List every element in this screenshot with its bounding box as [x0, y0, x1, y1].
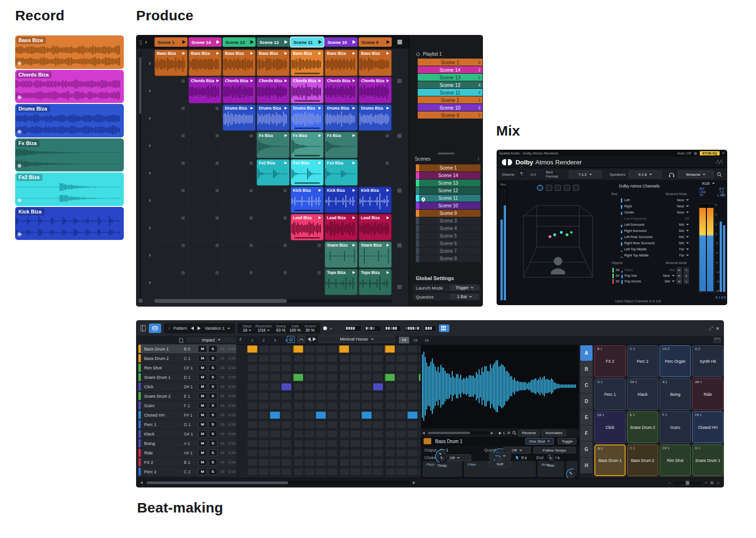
clip-play-icon[interactable]	[352, 162, 355, 164]
clip-cell[interactable]: Chords Biza	[291, 77, 324, 103]
step-cell[interactable]	[270, 421, 280, 428]
step-cell[interactable]	[407, 345, 418, 353]
step-cell[interactable]	[327, 411, 337, 419]
bank-button-h[interactable]: H	[580, 458, 593, 473]
step-cell[interactable]	[327, 374, 337, 381]
scene-play-icon[interactable]	[182, 40, 186, 44]
step-cell[interactable]	[304, 364, 315, 372]
step-cell[interactable]	[304, 402, 315, 410]
step-cell[interactable]	[281, 430, 292, 438]
gear-icon[interactable]	[17, 59, 22, 68]
binaural-mode-value[interactable]: Near	[677, 211, 684, 214]
clip-cell[interactable]: Chords Biza	[325, 77, 358, 103]
step-cell[interactable]	[407, 468, 418, 476]
drum-pad[interactable]: D# 1Click	[594, 411, 626, 443]
step-cell[interactable]	[293, 364, 303, 372]
step-cell[interactable]	[373, 374, 383, 381]
pattern-field[interactable]: Steps16	[242, 324, 251, 333]
step-cell[interactable]	[270, 468, 280, 476]
clip-cell[interactable]: Drums Biza	[325, 104, 358, 131]
clip-play-icon[interactable]	[352, 244, 355, 247]
step-cell[interactable]	[350, 364, 361, 372]
chevron-down-icon[interactable]	[686, 248, 689, 251]
grip-icon[interactable]: ⣿	[137, 40, 145, 45]
step-cell[interactable]	[281, 440, 292, 447]
clip-cell[interactable]: Fx2 Biza	[257, 159, 290, 186]
step-cell[interactable]	[350, 430, 361, 438]
step-cell[interactable]	[293, 421, 303, 428]
step-cell[interactable]	[281, 383, 292, 391]
scene-play-icon[interactable]	[284, 40, 288, 44]
step-cell[interactable]	[361, 393, 372, 400]
drum-track-row[interactable]: Perc 1G 1MS161/16	[138, 420, 236, 429]
empty-clip-cell[interactable]	[155, 132, 188, 158]
row-expand-chevron[interactable]: ›	[146, 187, 154, 214]
step-cell[interactable]	[316, 374, 326, 381]
clip-cell[interactable]: Fx2 Biza	[291, 159, 324, 186]
panel-icon[interactable]	[140, 325, 146, 332]
clip-cell[interactable]: Chords Biza	[189, 77, 222, 103]
solo-button[interactable]: S	[208, 345, 217, 352]
step-cell[interactable]	[339, 421, 349, 428]
drum-pad[interactable]: E 1Snare Drum 2	[627, 411, 658, 443]
chevron-down-icon[interactable]	[672, 281, 675, 283]
clip-cell[interactable]: Kick Biza	[325, 187, 358, 213]
step-cell[interactable]	[293, 383, 303, 391]
empty-clip-cell[interactable]	[223, 187, 256, 213]
step-editor-button[interactable]	[439, 325, 449, 332]
step-cell[interactable]	[270, 393, 280, 400]
step-cell[interactable]	[304, 449, 315, 457]
clip-cell[interactable]: Bass Biza	[189, 50, 222, 76]
scene-list-item[interactable]: Scene 5	[416, 232, 481, 239]
step-cell[interactable]	[407, 421, 418, 428]
step-cell[interactable]	[316, 449, 326, 457]
drum-pad[interactable]: G 1Perc 1	[594, 378, 626, 410]
step-cell[interactable]	[316, 468, 326, 476]
clip-stop-button[interactable]	[215, 134, 219, 137]
step-cell[interactable]	[339, 402, 349, 410]
view-mode-button[interactable]	[537, 185, 543, 191]
drum-pad[interactable]: B 1FX 2	[594, 345, 626, 377]
step-cell[interactable]	[361, 468, 372, 476]
step-cell[interactable]	[339, 440, 349, 447]
close-icon[interactable]: ✕	[716, 326, 720, 331]
clip-play-icon[interactable]	[352, 216, 355, 219]
scene-list-item[interactable]: Scene 3	[416, 217, 481, 224]
drum-pad[interactable]: C# 2Perc Organ	[660, 345, 691, 377]
step-cell[interactable]	[316, 402, 326, 410]
mute-button[interactable]: M	[198, 430, 207, 437]
clip-stop-button[interactable]	[249, 244, 253, 247]
step-cell[interactable]	[339, 393, 349, 400]
speakers-select[interactable]: 9.1.6	[629, 171, 662, 178]
step-cell[interactable]	[270, 374, 280, 381]
record-clip[interactable]: Kick Biza	[15, 207, 124, 240]
scene-stop-button[interactable]	[397, 79, 402, 83]
clip-cell[interactable]: Fx Biza	[257, 132, 290, 158]
solo-button[interactable]: S	[684, 273, 689, 278]
step-cell[interactable]	[373, 459, 383, 466]
step-cell[interactable]	[258, 468, 269, 476]
step-cell[interactable]	[385, 449, 395, 457]
clip-play-icon[interactable]	[387, 189, 389, 192]
playlist-entry[interactable]: Scene 11	[418, 96, 482, 103]
step-cell[interactable]	[247, 374, 258, 381]
step-cell[interactable]	[327, 468, 337, 476]
chevron-down-icon[interactable]	[686, 205, 689, 208]
clip-stop-button[interactable]	[318, 244, 321, 247]
step-cell[interactable]	[247, 440, 258, 447]
binaural-mode-value[interactable]: Off	[685, 217, 689, 220]
empty-clip-cell[interactable]	[359, 159, 392, 186]
drum-track-row[interactable]: FX 2B 1MS161/16	[138, 458, 236, 467]
filter-type-control[interactable]: Soft	[489, 453, 511, 467]
step-cell[interactable]	[339, 411, 349, 419]
chevron-down-icon[interactable]	[686, 199, 689, 202]
device-select[interactable]: Impact	[186, 337, 236, 343]
step-cell[interactable]	[293, 411, 303, 419]
clip-stop-button[interactable]	[215, 189, 219, 192]
empty-clip-cell[interactable]	[291, 269, 324, 295]
clip-cell[interactable]: Snare Biza	[325, 241, 358, 268]
chevron-down-icon[interactable]	[672, 275, 675, 278]
pattern-bank-widget[interactable]	[424, 325, 436, 332]
step-cell[interactable]	[361, 411, 372, 419]
step-cell[interactable]	[247, 411, 258, 419]
